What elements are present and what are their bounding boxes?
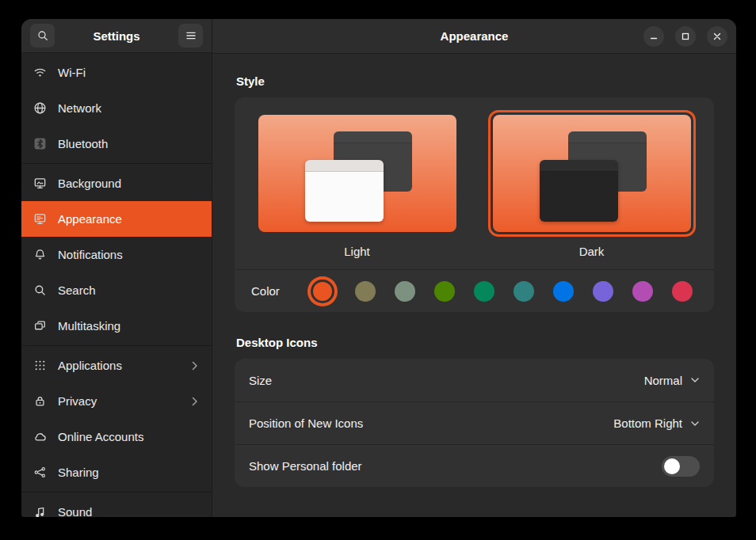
style-heading: Style	[236, 74, 712, 88]
color-swatch-orange[interactable]	[313, 282, 332, 301]
light-theme-preview	[258, 115, 456, 232]
sidebar-item-label: Online Accounts	[58, 430, 200, 443]
sidebar-item-label: Network	[58, 101, 200, 115]
dark-label: Dark	[579, 245, 605, 258]
close-icon	[713, 32, 721, 40]
sidebar-list: Wi-Fi Network Bluetooth Background Appea…	[21, 53, 212, 517]
applications-icon	[33, 359, 47, 372]
sidebar-item-network[interactable]: Network	[21, 90, 212, 126]
setting-row-size: Size Normal	[235, 359, 714, 401]
privacy-icon	[33, 394, 47, 408]
sidebar-group-divider	[21, 492, 212, 492]
setting-label: Show Personal folder	[249, 459, 662, 473]
color-swatch-magenta[interactable]	[632, 281, 653, 302]
sidebar-item-search[interactable]: Search	[21, 272, 212, 308]
app-title: Settings	[55, 29, 178, 43]
sidebar-item-label: Bluetooth	[58, 137, 200, 150]
minimize-icon	[650, 32, 658, 40]
chevron-down-icon	[690, 419, 700, 428]
sidebar-item-label: Wi-Fi	[58, 66, 200, 79]
sidebar-headerbar: Settings	[21, 19, 212, 53]
dark-theme-preview	[493, 115, 691, 232]
sidebar-item-label: Search	[58, 283, 200, 297]
sidebar-item-label: Privacy	[58, 394, 179, 408]
sidebar-item-bluetooth[interactable]: Bluetooth	[21, 126, 212, 162]
show-personal-folder-toggle[interactable]	[662, 456, 700, 477]
maximize-button[interactable]	[675, 26, 696, 47]
color-swatch-blue[interactable]	[553, 281, 574, 302]
notifications-icon	[33, 248, 47, 261]
setting-label: Position of New Icons	[249, 416, 613, 430]
sidebar-item-sound[interactable]: Sound	[21, 494, 212, 517]
desktop-icons-card: Size Normal Position of New Icons Bottom…	[235, 359, 714, 487]
window-controls	[643, 19, 727, 53]
color-swatch-sage[interactable]	[395, 281, 415, 302]
desktop-background: Settings Wi-Fi Network Bluetooth Backgro…	[0, 0, 756, 540]
accent-color-row: Color	[235, 269, 714, 312]
maximize-icon	[682, 32, 689, 40]
background-icon	[33, 177, 47, 190]
sidebar: Settings Wi-Fi Network Bluetooth Backgro…	[21, 19, 212, 517]
sharing-icon	[33, 466, 47, 479]
style-card: Light Dark	[235, 97, 714, 312]
light-label: Light	[344, 245, 370, 258]
style-previews: Light Dark	[235, 97, 714, 269]
size-dropdown[interactable]: Normal	[644, 374, 700, 387]
color-swatch-viridian[interactable]	[474, 281, 494, 302]
style-option-light[interactable]: Light	[254, 110, 461, 269]
dark-preview-frame	[488, 110, 696, 237]
main-headerbar: Appearance	[212, 19, 736, 54]
style-option-dark[interactable]: Dark	[488, 110, 696, 269]
sidebar-item-multitasking[interactable]: Multitasking	[21, 308, 212, 344]
sidebar-group-divider	[21, 345, 212, 346]
sidebar-item-label: Appearance	[58, 212, 200, 226]
appearance-icon	[33, 212, 47, 226]
sidebar-group-divider	[21, 163, 212, 164]
color-swatch-olive[interactable]	[434, 281, 455, 302]
setting-row-position-of-new-icons: Position of New Icons Bottom Right	[235, 401, 714, 444]
bluetooth-icon	[33, 137, 47, 150]
chevron-right-icon	[190, 397, 200, 406]
color-swatch-red[interactable]	[672, 281, 693, 302]
close-button[interactable]	[707, 26, 727, 47]
sidebar-item-notifications[interactable]: Notifications	[21, 237, 212, 272]
online-accounts-icon	[33, 430, 47, 443]
primary-menu-button[interactable]	[178, 24, 203, 48]
sidebar-item-label: Applications	[58, 359, 179, 372]
sidebar-item-online-accounts[interactable]: Online Accounts	[21, 419, 212, 454]
search-icon	[36, 29, 49, 42]
sidebar-item-background[interactable]: Background	[21, 165, 212, 201]
chevron-right-icon	[190, 361, 200, 371]
sidebar-item-label: Background	[58, 177, 200, 190]
setting-label: Size	[249, 374, 644, 387]
minimize-button[interactable]	[643, 26, 664, 47]
accent-color-swatches	[309, 281, 693, 302]
chevron-down-icon	[690, 375, 700, 385]
appearance-page: Style Light	[212, 54, 736, 517]
color-swatch-bark[interactable]	[355, 281, 376, 302]
sidebar-item-label: Sharing	[58, 466, 200, 479]
wifi-icon	[33, 66, 47, 79]
sidebar-item-applications[interactable]: Applications	[21, 348, 212, 383]
sidebar-item-label: Notifications	[58, 248, 200, 261]
search-icon	[33, 283, 47, 297]
sidebar-item-label: Sound	[58, 505, 200, 517]
settings-window: Settings Wi-Fi Network Bluetooth Backgro…	[21, 19, 736, 517]
position-of-new-icons-dropdown[interactable]: Bottom Right	[613, 416, 700, 430]
sidebar-item-wi-fi[interactable]: Wi-Fi	[21, 55, 212, 90]
sidebar-item-sharing[interactable]: Sharing	[21, 454, 212, 490]
setting-row-show-personal-folder: Show Personal folder	[235, 444, 714, 487]
search-button[interactable]	[30, 24, 55, 48]
sidebar-item-privacy[interactable]: Privacy	[21, 383, 212, 419]
multitasking-icon	[33, 319, 47, 333]
sidebar-item-label: Multitasking	[58, 319, 200, 333]
hamburger-menu-icon	[185, 31, 197, 40]
desktop-icons-heading: Desktop Icons	[236, 336, 712, 349]
color-swatch-prussian-green[interactable]	[514, 281, 534, 302]
color-swatch-purple[interactable]	[593, 281, 613, 302]
sidebar-item-appearance[interactable]: Appearance	[21, 201, 212, 237]
color-label: Color	[251, 284, 300, 298]
light-preview-frame	[254, 110, 461, 237]
page-title: Appearance	[441, 29, 509, 43]
main-panel: Appearance Style	[212, 19, 736, 517]
